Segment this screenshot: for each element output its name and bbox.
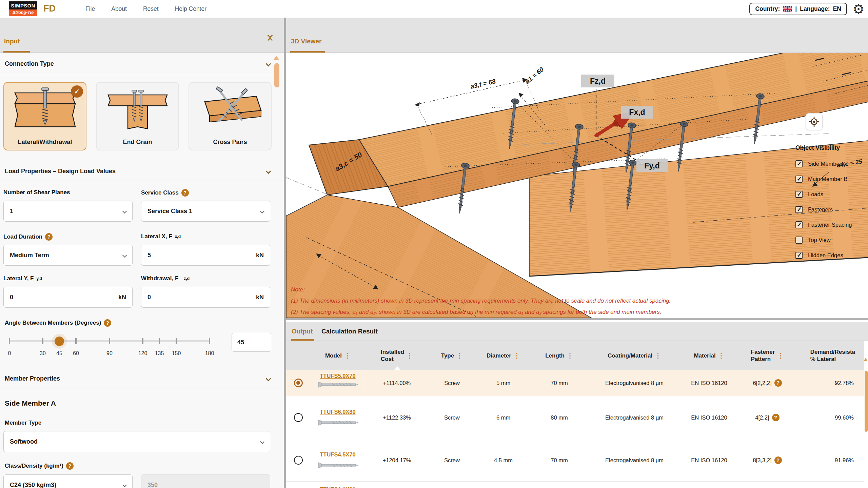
country-language-selector[interactable]: Country: | Language: EN (749, 3, 847, 15)
sort-indicator-icon (394, 366, 401, 370)
header-radio-col (286, 341, 311, 370)
row-radio[interactable] (294, 456, 303, 465)
section-load-properties[interactable]: Load Properties – Design Load Values (0, 162, 284, 181)
section-connection-type[interactable]: Connection Type (0, 53, 284, 75)
model-link[interactable]: TTUFS5.0X70 (320, 373, 355, 379)
class-density-select[interactable]: C24 (350 kg/m3) (3, 474, 133, 488)
model-link[interactable]: TTUFS6.0X80 (320, 409, 355, 415)
output-panel: Output Calculation Result Model⋮ Install… (286, 318, 868, 488)
option-cross-pairs[interactable]: Cross Pairs (189, 82, 272, 150)
tab-3d-viewer[interactable]: 3D Viewer (291, 38, 321, 45)
header-length[interactable]: Length⋮ (531, 341, 587, 370)
header-demand-resistance[interactable]: Demand/Resista% Lateral (798, 341, 864, 370)
table-scroll-up-arrow[interactable] (864, 358, 868, 361)
member-type-value: Softwood (10, 438, 38, 445)
menu-help-center[interactable]: Help Center (175, 5, 206, 13)
panel-scrollbar-thumb[interactable] (274, 63, 279, 87)
table-row[interactable]: TTUFS5.0X70 +1114.00% Screw 5 mm 70 mm E… (286, 370, 864, 396)
toggle-fastener-spacing[interactable]: Fastener Spacing (795, 217, 865, 232)
checkbox[interactable] (795, 252, 803, 259)
tab-input[interactable]: Input (4, 38, 20, 45)
section-connection-type-title: Connection Type (5, 60, 54, 67)
toggle-fasteners[interactable]: Fasteners (795, 202, 865, 217)
tick-0: 0 (8, 350, 11, 357)
tab-calculation-result[interactable]: Calculation Result (321, 328, 378, 335)
withdrawal-input[interactable]: 0 kN (141, 287, 270, 308)
help-icon[interactable]: ? (104, 319, 111, 327)
help-icon[interactable]: ? (181, 189, 189, 197)
header-fastener-pattern[interactable]: FastenerPattern⋮ (737, 341, 798, 370)
settings-gear-icon[interactable]: ⚙ (852, 1, 865, 17)
checkbox[interactable] (795, 176, 803, 183)
option-end-grain[interactable]: End Grain (96, 82, 179, 150)
row-radio[interactable] (294, 413, 303, 422)
header-coating-material[interactable]: Coating/Material⋮ (587, 341, 682, 370)
model-link[interactable]: TTUFS6.0X90 (320, 486, 355, 488)
collapse-panel-icon[interactable] (267, 34, 274, 44)
table-row[interactable]: TTUFS6.0X90 (286, 482, 864, 488)
toggle-side-member-a[interactable]: Side Member A (795, 156, 865, 171)
pattern-help-icon[interactable]: ? (774, 379, 782, 387)
angle-slider-track[interactable] (9, 340, 210, 342)
section-member-properties[interactable]: Member Properties (0, 369, 284, 388)
toggle-main-member-b[interactable]: Main Member B (795, 171, 865, 187)
column-menu-icon[interactable]: ⋮ (344, 352, 351, 359)
angle-value-input[interactable]: 45 (232, 333, 271, 352)
lateral-withdrawal-icon (9, 83, 81, 137)
load-duration-select[interactable]: Medium Term (3, 245, 133, 266)
column-menu-icon[interactable]: ⋮ (655, 352, 661, 359)
column-menu-icon[interactable]: ⋮ (514, 352, 520, 359)
pattern-help-icon[interactable]: ? (774, 456, 782, 464)
chevron-down-icon (122, 483, 127, 487)
column-menu-icon[interactable]: ⋮ (456, 352, 463, 359)
tick-120: 120 (138, 350, 147, 357)
results-table-header: Model⋮ InstalledCost⋮ Type⋮ Diameter⋮ Le… (286, 341, 864, 370)
column-menu-icon[interactable]: ⋮ (407, 352, 413, 359)
panel-scroll-up-arrow[interactable] (274, 56, 279, 60)
3d-viewport[interactable]: a3,c = 50 a3,t = 68 a1 = 60 (286, 53, 868, 318)
toggle-top-view[interactable]: Top View (795, 232, 865, 248)
menu-reset[interactable]: Reset (143, 5, 159, 13)
help-icon[interactable]: ? (45, 233, 53, 241)
angle-slider-handle[interactable] (55, 337, 64, 346)
header-material[interactable]: Material⋮ (682, 341, 737, 370)
member-type-select[interactable]: Softwood (3, 431, 270, 452)
tick-45: 45 (56, 350, 62, 357)
pattern-help-icon[interactable]: ? (772, 414, 780, 421)
header-model[interactable]: Model⋮ (311, 341, 365, 370)
checkbox[interactable] (795, 160, 803, 167)
checkbox[interactable] (795, 206, 803, 213)
checkbox[interactable] (795, 221, 803, 228)
checkbox[interactable] (795, 237, 803, 244)
model-link[interactable]: TTUFS4.5X70 (320, 451, 355, 458)
lateral-y-input[interactable]: 0 kN (3, 287, 133, 308)
service-class-select[interactable]: Service Class 1 (141, 201, 270, 222)
column-menu-icon[interactable]: ⋮ (718, 352, 725, 359)
header-installed-cost[interactable]: InstalledCost⋮ (365, 341, 429, 370)
tab-output[interactable]: Output (292, 328, 313, 335)
menu-about[interactable]: About (111, 5, 127, 13)
toggle-loads[interactable]: Loads (795, 187, 865, 202)
table-row[interactable]: TTUFS6.0X80 +1122.33% Screw 6 mm 80 mm E… (286, 396, 864, 439)
table-scrollbar-thumb[interactable] (865, 371, 868, 432)
panel-splitter[interactable] (284, 18, 286, 488)
focus-view-button[interactable] (806, 113, 823, 130)
column-menu-icon[interactable]: ⋮ (567, 352, 573, 359)
country-label: Country: (755, 5, 780, 13)
column-menu-icon[interactable]: ⋮ (777, 352, 784, 359)
help-icon[interactable]: ? (66, 462, 74, 470)
table-row[interactable]: TTUFS4.5X70 +1204.17% Screw 4.5 mm 70 mm… (286, 439, 864, 482)
option-label: Lateral/Withdrawal (4, 139, 86, 146)
shear-planes-select[interactable]: 1 (3, 201, 133, 222)
header-diameter[interactable]: Diameter⋮ (475, 341, 531, 370)
option-lateral-withdrawal[interactable]: Lateral/Withdrawal (3, 82, 86, 150)
lateral-x-input[interactable]: 5 kN (141, 245, 270, 266)
app-root: SIMPSON Strong-Tie FD File About Reset H… (0, 0, 868, 488)
top-header: SIMPSON Strong-Tie FD File About Reset H… (0, 0, 868, 18)
menu-file[interactable]: File (85, 5, 95, 13)
row-radio[interactable] (294, 379, 303, 387)
label-withdrawal: Withdrawal, Fz,d (141, 275, 270, 282)
toggle-hidden-edges[interactable]: Hidden Edges (795, 248, 865, 263)
header-type[interactable]: Type⋮ (429, 341, 475, 370)
checkbox[interactable] (795, 191, 803, 198)
